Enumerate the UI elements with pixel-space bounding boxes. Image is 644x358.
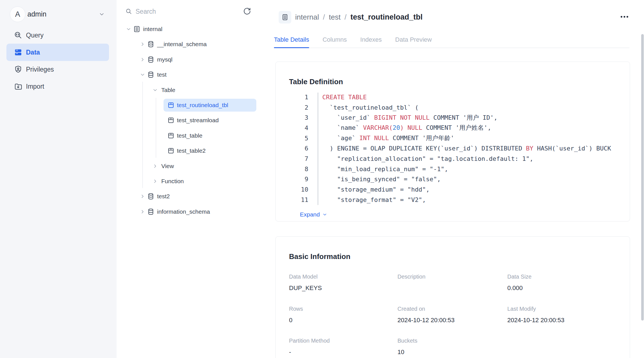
tab-label: Columns: [323, 36, 347, 43]
code-line-text: `age` INT NULL COMMENT '用户年龄': [308, 134, 630, 142]
code-segment: COMMENT '用户 ID',: [430, 114, 498, 121]
chevron-right-icon[interactable]: [140, 194, 145, 199]
code-line-number: 7: [276, 155, 308, 162]
tree-node-test_table[interactable]: test_table: [117, 129, 260, 142]
chevron-down-icon[interactable]: [140, 72, 145, 77]
code-line: 10 "storage_medium" = "hdd",: [276, 184, 630, 195]
info-field-label: Rows: [289, 305, 392, 312]
chevron-down-icon: [99, 11, 105, 17]
sidebar-item-privileges[interactable]: Privileges: [6, 61, 109, 78]
chevron-right-icon[interactable]: [140, 209, 145, 215]
database-icon: [147, 193, 155, 200]
info-field-created-on: Created on2024-10-12 20:00:53: [397, 305, 501, 324]
breadcrumb-link-test[interactable]: test: [329, 13, 341, 22]
chevron-right-icon[interactable]: [152, 178, 158, 184]
tree-node-View[interactable]: View: [117, 160, 260, 173]
more-icon: [618, 12, 631, 22]
tree-node-label: Table: [161, 87, 175, 93]
refresh-button[interactable]: [243, 7, 251, 15]
info-field-value: 2024-10-12 20:00:53: [397, 317, 501, 324]
tree-node-information_schema[interactable]: information_schema: [117, 205, 260, 218]
info-field-data-model: Data ModelDUP_KEYS: [289, 273, 392, 292]
code-segment: "storage_format" = "V2",: [322, 196, 426, 203]
info-field-rows: Rows0: [289, 305, 392, 324]
app-root: A admin QueryDataPrivilegesImport intern…: [0, 0, 644, 358]
sidebar-item-import[interactable]: Import: [6, 78, 109, 95]
info-field-data-size: Data Size0.000: [507, 273, 611, 292]
expand-button[interactable]: Expand: [300, 211, 327, 218]
database-icon: [147, 41, 155, 48]
code-line-text: "is_being_synced" = "false",: [308, 176, 630, 183]
tree-node-test_streamload[interactable]: test_streamload: [117, 114, 260, 127]
info-field-label: Buckets: [397, 337, 501, 344]
info-field-description: Description: [397, 273, 501, 292]
chevron-down-icon[interactable]: [152, 87, 158, 93]
code-line-text: `user_id` BIGINT NOT NULL COMMENT '用户 ID…: [308, 114, 630, 122]
tab-label: Table Details: [274, 36, 309, 43]
info-field-last-modify: Last Modify2024-10-12 20:00:53: [507, 305, 611, 324]
table-icon: [167, 117, 175, 124]
chevron-right-icon[interactable]: [152, 163, 158, 169]
code-segment: `test_routineload_tbl` (: [322, 104, 418, 111]
basic-information-title: Basic Information: [289, 252, 351, 261]
sidebar-item-query[interactable]: Query: [6, 27, 109, 44]
tree-node-Function[interactable]: Function: [117, 175, 260, 188]
table-icon: [167, 102, 175, 109]
code-line: 7 "replication_allocation" = "tag.locati…: [276, 154, 630, 164]
database-icon: [147, 208, 155, 215]
info-field-value: 0: [289, 317, 392, 324]
breadcrumb-current: test_routineload_tbl: [351, 13, 423, 22]
code-segment: `age`: [322, 135, 359, 142]
tab-table-details[interactable]: Table Details: [274, 32, 309, 48]
chevron-down-icon[interactable]: [126, 26, 131, 32]
tree-node-label: test_table2: [177, 147, 206, 154]
sql-code-block: 1CREATE TABLE2 `test_routineload_tbl` (3…: [276, 92, 630, 206]
tree-node-label: information_schema: [157, 208, 210, 215]
code-line: 6 ) ENGINE = OLAP DUPLICATE KEY(`user_id…: [276, 143, 630, 154]
code-segment: ) ENGINE = OLAP DUPLICATE KEY(`user_id`)…: [322, 145, 526, 152]
sidebar-item-label: Privileges: [26, 66, 54, 73]
code-line-text: CREATE TABLE: [308, 94, 630, 101]
code-line-text: "replication_allocation" = "tag.location…: [308, 155, 630, 162]
code-line-number: 9: [276, 176, 308, 183]
table-icon: [167, 132, 175, 139]
tree-node-label: test_routineload_tbl: [177, 102, 228, 109]
breadcrumb-separator: /: [323, 13, 325, 22]
tree-node-test2[interactable]: test2: [117, 190, 260, 203]
tree-node-label: __internal_schema: [157, 41, 207, 48]
code-line-number: 8: [276, 166, 308, 173]
database-icon: [147, 56, 155, 63]
catalog-icon: [133, 25, 141, 33]
code-line: 4 `name` VARCHAR(20) NULL COMMENT '用户姓名'…: [276, 123, 630, 133]
tree-node-test_table2[interactable]: test_table2: [117, 144, 260, 157]
tree-node-internal[interactable]: internal: [117, 23, 260, 36]
tree-node-test[interactable]: test: [117, 68, 260, 81]
expand-label: Expand: [300, 211, 320, 218]
code-segment: `name`: [322, 124, 363, 131]
tab-data-preview[interactable]: Data Preview: [395, 32, 432, 48]
code-line-text: "storage_medium" = "hdd",: [308, 186, 630, 193]
basic-information-card: Basic Information Data ModelDUP_KEYSDesc…: [275, 236, 630, 358]
more-actions-button[interactable]: [618, 12, 631, 22]
info-field-label: Partition Method: [289, 337, 392, 344]
chevron-right-icon[interactable]: [140, 57, 145, 62]
search-input[interactable]: [135, 5, 228, 18]
tree-node-Table[interactable]: Table: [117, 84, 260, 96]
vertical-scrollbar[interactable]: [641, 34, 644, 321]
table-icon: [167, 147, 175, 155]
sidebar-item-data[interactable]: Data: [6, 44, 109, 61]
user-menu[interactable]: A admin: [0, 0, 117, 28]
code-segment: 20: [393, 124, 400, 131]
code-segment: ) NULL: [400, 124, 422, 131]
tree-node-mysql[interactable]: mysql: [117, 53, 260, 66]
code-segment: HASH(`user_id`) BUCK: [533, 145, 611, 152]
tree-node-label: mysql: [157, 56, 172, 63]
chevron-right-icon[interactable]: [140, 41, 145, 47]
tree-node-__internal_schema[interactable]: __internal_schema: [117, 38, 260, 51]
breadcrumb-link-internal[interactable]: internal: [295, 13, 319, 22]
tab-indexes[interactable]: Indexes: [360, 32, 382, 48]
tab-columns[interactable]: Columns: [323, 32, 347, 48]
info-field-buckets: Buckets10: [397, 337, 501, 356]
code-segment: `user_id`: [322, 114, 374, 121]
tree-node-test_routineload_tbl[interactable]: test_routineload_tbl: [117, 99, 260, 112]
